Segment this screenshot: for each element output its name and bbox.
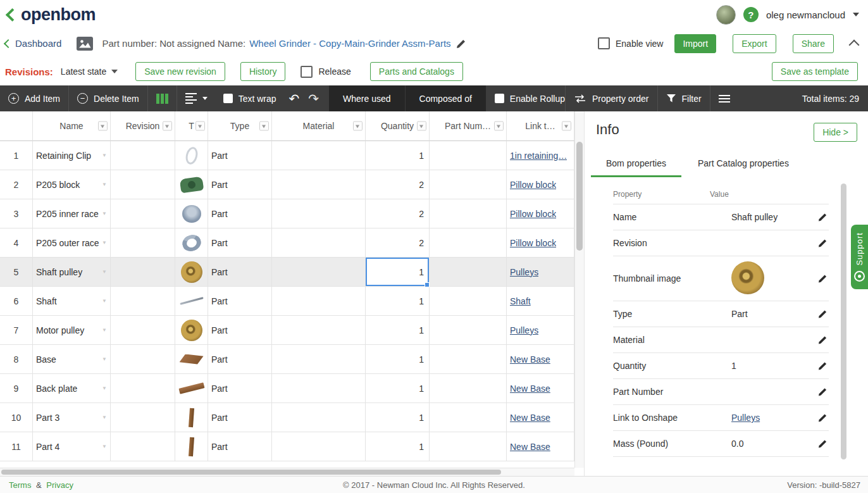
material-cell[interactable] xyxy=(272,403,366,432)
column-header[interactable]: T xyxy=(175,111,208,141)
material-cell[interactable] xyxy=(272,316,366,345)
part-number-cell[interactable] xyxy=(430,345,507,374)
delete-item-button[interactable]: − Delete Item xyxy=(69,85,147,111)
save-new-revision-button[interactable]: Save new revision xyxy=(135,62,225,81)
column-header[interactable]: Type xyxy=(208,111,272,141)
edit-icon[interactable] xyxy=(818,309,828,319)
name-cell[interactable]: Retaining Clip ▼ xyxy=(33,141,111,170)
column-header[interactable]: Revision xyxy=(111,111,175,141)
type-cell[interactable]: Part xyxy=(208,432,272,461)
onshape-link[interactable]: Shaft xyxy=(510,296,531,306)
edit-icon[interactable] xyxy=(818,213,828,222)
part-number-cell[interactable] xyxy=(430,287,507,316)
edit-name-icon[interactable] xyxy=(456,39,466,49)
name-cell[interactable]: Shaft ▼ xyxy=(33,287,111,316)
filter-icon[interactable] xyxy=(195,122,205,131)
link-cell[interactable]: Pulleys xyxy=(507,258,574,287)
composed-of-tab[interactable]: Composed of xyxy=(405,85,486,111)
revision-cell[interactable] xyxy=(111,228,175,258)
part-number-cell[interactable] xyxy=(430,374,507,403)
column-view-button[interactable] xyxy=(148,85,177,111)
chevron-down-icon[interactable] xyxy=(853,13,859,16)
link-cell[interactable]: New Base xyxy=(507,374,574,403)
link-cell[interactable]: Shaft xyxy=(507,287,574,316)
name-cell[interactable]: Part 4 ▼ xyxy=(33,432,111,461)
thumbnail-cell[interactable] xyxy=(175,432,208,461)
edit-icon[interactable] xyxy=(818,387,828,397)
revision-state-dropdown[interactable]: Latest state xyxy=(61,66,118,77)
save-as-template-button[interactable]: Save as template xyxy=(772,62,858,81)
import-button[interactable]: Import xyxy=(674,34,716,53)
horizontal-scrollbar[interactable] xyxy=(0,468,574,476)
filter-icon[interactable] xyxy=(259,122,269,131)
onshape-link[interactable]: New Base xyxy=(510,384,550,394)
terms-link[interactable]: Terms xyxy=(9,480,31,490)
revision-cell[interactable] xyxy=(111,432,175,461)
table-row[interactable]: 10 Part 3 ▼ Part 1 New Base xyxy=(0,403,584,432)
table-row[interactable]: 1 Retaining Clip ▼ Part 1 1in retaining… xyxy=(0,141,584,170)
part-number-cell[interactable] xyxy=(430,199,507,228)
link-cell[interactable]: New Base xyxy=(507,345,574,374)
column-header[interactable]: Name xyxy=(33,111,111,141)
bom-name-link[interactable]: Wheel Grinder - Copy-Main-Grinder Assm-P… xyxy=(249,38,450,49)
revision-cell[interactable] xyxy=(111,170,175,199)
vertical-scrollbar[interactable] xyxy=(574,111,584,468)
onshape-link[interactable]: Pulleys xyxy=(510,325,538,335)
column-header[interactable]: Quantity xyxy=(366,111,430,141)
horizontal-scrollbar-thumb[interactable] xyxy=(1,470,501,475)
quantity-cell[interactable]: 1 xyxy=(366,374,430,403)
material-cell[interactable] xyxy=(272,374,366,403)
name-cell[interactable]: Base ▼ xyxy=(33,345,111,374)
material-cell[interactable] xyxy=(272,170,366,199)
panel-scrollbar[interactable] xyxy=(841,184,846,459)
name-cell[interactable]: P205 outer race ▼ xyxy=(33,228,111,258)
link-cell[interactable]: New Base xyxy=(507,403,574,432)
thumbnail-cell[interactable] xyxy=(175,374,208,403)
part-number-cell[interactable] xyxy=(430,403,507,432)
material-cell[interactable] xyxy=(272,199,366,228)
table-row[interactable]: 7 Motor pulley ▼ Part 1 Pulleys xyxy=(0,316,584,345)
type-cell[interactable]: Part xyxy=(208,228,272,258)
parts-and-catalogs-button[interactable]: Parts and Catalogs xyxy=(370,62,463,81)
quantity-cell[interactable]: 1 xyxy=(366,403,430,432)
onshape-link[interactable]: New Base xyxy=(510,354,550,365)
onshape-link[interactable]: Pillow block xyxy=(510,209,556,219)
history-button[interactable]: History xyxy=(240,62,286,81)
text-wrap-toggle[interactable]: Text wrap xyxy=(223,94,276,104)
thumbnail-cell[interactable] xyxy=(175,228,208,258)
edit-icon[interactable] xyxy=(818,274,828,284)
quantity-cell[interactable]: 1 xyxy=(366,287,430,316)
part-number-cell[interactable] xyxy=(430,141,507,170)
support-tab[interactable]: Support xyxy=(851,225,868,289)
name-cell[interactable]: P205 block ▼ xyxy=(33,170,111,199)
table-row[interactable]: 8 Base ▼ Part 1 New Base xyxy=(0,345,584,374)
part-number-cell[interactable] xyxy=(430,228,507,258)
material-cell[interactable] xyxy=(272,345,366,374)
enable-rollup-toggle[interactable]: Enable Rollup xyxy=(495,94,565,104)
type-cell[interactable]: Part xyxy=(208,316,272,345)
export-button[interactable]: Export xyxy=(733,34,776,53)
material-cell[interactable] xyxy=(272,258,366,287)
alignment-button[interactable] xyxy=(177,85,216,111)
revision-cell[interactable] xyxy=(111,141,175,170)
edit-icon[interactable] xyxy=(818,439,828,449)
release-checkbox[interactable] xyxy=(301,66,313,78)
revision-cell[interactable] xyxy=(111,403,175,432)
quantity-cell[interactable]: 1 xyxy=(366,258,430,287)
edit-icon[interactable] xyxy=(818,413,828,423)
part-number-cell[interactable] xyxy=(430,258,507,287)
filter-icon[interactable] xyxy=(163,122,172,131)
filter-button[interactable]: Filter xyxy=(658,85,710,111)
link-cell[interactable]: New Base xyxy=(507,432,574,461)
onshape-link[interactable]: Pillow block xyxy=(510,238,556,248)
share-button[interactable]: Share xyxy=(793,34,834,53)
property-order-button[interactable]: Property order xyxy=(566,85,657,111)
thumbnail-cell[interactable] xyxy=(175,316,208,345)
name-cell[interactable]: Part 3 ▼ xyxy=(33,403,111,432)
edit-icon[interactable] xyxy=(818,239,828,248)
column-header[interactable]: Part Num… xyxy=(430,111,507,141)
quantity-cell[interactable]: 2 xyxy=(366,228,430,258)
filter-icon[interactable] xyxy=(98,122,108,131)
filter-icon[interactable] xyxy=(417,122,426,131)
link-cell[interactable]: Pillow block xyxy=(507,228,574,258)
